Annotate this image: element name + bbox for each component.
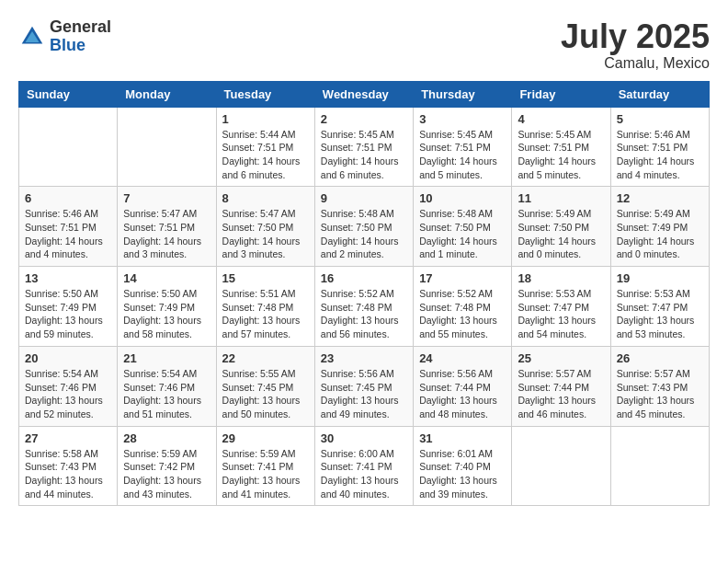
calendar-week-row: 20Sunrise: 5:54 AM Sunset: 7:46 PM Dayli…: [19, 346, 710, 426]
weekday-header: Tuesday: [216, 81, 314, 107]
day-info: Sunrise: 5:50 AM Sunset: 7:49 PM Dayligh…: [123, 287, 210, 341]
day-info: Sunrise: 5:56 AM Sunset: 7:44 PM Dayligh…: [419, 367, 506, 421]
day-info: Sunrise: 5:57 AM Sunset: 7:44 PM Dayligh…: [518, 367, 604, 421]
calendar-cell: 9Sunrise: 5:48 AM Sunset: 7:50 PM Daylig…: [314, 187, 413, 267]
day-number: 11: [518, 191, 604, 205]
day-number: 10: [419, 191, 506, 205]
day-info: Sunrise: 5:53 AM Sunset: 7:47 PM Dayligh…: [617, 287, 703, 341]
weekday-header: Thursday: [414, 81, 512, 107]
day-info: Sunrise: 5:48 AM Sunset: 7:50 PM Dayligh…: [419, 207, 506, 261]
calendar-cell: 28Sunrise: 5:59 AM Sunset: 7:42 PM Dayli…: [118, 426, 216, 506]
day-info: Sunrise: 5:52 AM Sunset: 7:48 PM Dayligh…: [321, 287, 407, 341]
day-number: 21: [123, 351, 210, 365]
calendar-cell: 8Sunrise: 5:47 AM Sunset: 7:50 PM Daylig…: [216, 187, 314, 267]
calendar-cell: 7Sunrise: 5:47 AM Sunset: 7:51 PM Daylig…: [118, 187, 216, 267]
day-info: Sunrise: 5:44 AM Sunset: 7:51 PM Dayligh…: [222, 128, 309, 182]
calendar-cell: 16Sunrise: 5:52 AM Sunset: 7:48 PM Dayli…: [314, 267, 413, 347]
logo-text: General Blue: [50, 18, 111, 55]
day-info: Sunrise: 5:59 AM Sunset: 7:42 PM Dayligh…: [123, 447, 210, 501]
day-number: 24: [419, 351, 506, 365]
day-info: Sunrise: 6:01 AM Sunset: 7:40 PM Dayligh…: [419, 447, 506, 501]
calendar-cell: 27Sunrise: 5:58 AM Sunset: 7:43 PM Dayli…: [19, 426, 118, 506]
day-number: 14: [123, 271, 210, 285]
day-info: Sunrise: 5:45 AM Sunset: 7:51 PM Dayligh…: [518, 128, 604, 182]
calendar-cell: 12Sunrise: 5:49 AM Sunset: 7:49 PM Dayli…: [610, 187, 709, 267]
weekday-header-row: SundayMondayTuesdayWednesdayThursdayFrid…: [19, 81, 710, 107]
day-number: 18: [518, 271, 604, 285]
weekday-header: Monday: [118, 81, 216, 107]
day-info: Sunrise: 5:45 AM Sunset: 7:51 PM Dayligh…: [321, 128, 407, 182]
calendar-cell: 26Sunrise: 5:57 AM Sunset: 7:43 PM Dayli…: [610, 346, 709, 426]
day-number: 22: [222, 351, 309, 365]
calendar-cell: 6Sunrise: 5:46 AM Sunset: 7:51 PM Daylig…: [19, 187, 118, 267]
day-info: Sunrise: 5:56 AM Sunset: 7:45 PM Dayligh…: [321, 367, 407, 421]
day-info: Sunrise: 5:47 AM Sunset: 7:51 PM Dayligh…: [123, 207, 210, 261]
calendar-cell: 10Sunrise: 5:48 AM Sunset: 7:50 PM Dayli…: [414, 187, 512, 267]
calendar-cell: 23Sunrise: 5:56 AM Sunset: 7:45 PM Dayli…: [314, 346, 413, 426]
weekday-header: Saturday: [610, 81, 709, 107]
day-number: 23: [321, 351, 407, 365]
calendar-cell: 31Sunrise: 6:01 AM Sunset: 7:40 PM Dayli…: [414, 426, 512, 506]
day-info: Sunrise: 5:49 AM Sunset: 7:49 PM Dayligh…: [617, 207, 703, 261]
day-info: Sunrise: 5:59 AM Sunset: 7:41 PM Dayligh…: [222, 447, 309, 501]
day-number: 29: [222, 431, 309, 445]
calendar-cell: 13Sunrise: 5:50 AM Sunset: 7:49 PM Dayli…: [19, 267, 118, 347]
calendar-cell: 22Sunrise: 5:55 AM Sunset: 7:45 PM Dayli…: [216, 346, 314, 426]
day-info: Sunrise: 5:54 AM Sunset: 7:46 PM Dayligh…: [25, 367, 111, 421]
day-info: Sunrise: 5:46 AM Sunset: 7:51 PM Dayligh…: [25, 207, 111, 261]
calendar-cell: 20Sunrise: 5:54 AM Sunset: 7:46 PM Dayli…: [19, 346, 118, 426]
calendar-cell: 2Sunrise: 5:45 AM Sunset: 7:51 PM Daylig…: [314, 107, 413, 187]
page-header: General Blue July 2025 Camalu, Mexico: [18, 18, 710, 72]
day-number: 1: [222, 112, 309, 126]
day-info: Sunrise: 5:57 AM Sunset: 7:43 PM Dayligh…: [617, 367, 703, 421]
day-number: 20: [25, 351, 111, 365]
day-number: 26: [617, 351, 703, 365]
day-number: 8: [222, 191, 309, 205]
calendar-cell: 30Sunrise: 6:00 AM Sunset: 7:41 PM Dayli…: [314, 426, 413, 506]
day-number: 31: [419, 431, 506, 445]
calendar-cell: 4Sunrise: 5:45 AM Sunset: 7:51 PM Daylig…: [512, 107, 610, 187]
location: Camalu, Mexico: [561, 55, 710, 72]
day-number: 27: [25, 431, 111, 445]
calendar-cell: 15Sunrise: 5:51 AM Sunset: 7:48 PM Dayli…: [216, 267, 314, 347]
day-number: 4: [518, 112, 604, 126]
calendar-cell: 14Sunrise: 5:50 AM Sunset: 7:49 PM Dayli…: [118, 267, 216, 347]
day-number: 25: [518, 351, 604, 365]
month-year: July 2025: [561, 18, 710, 55]
day-number: 7: [123, 191, 210, 205]
logo-blue: Blue: [50, 36, 85, 54]
calendar-cell: 19Sunrise: 5:53 AM Sunset: 7:47 PM Dayli…: [610, 267, 709, 347]
day-info: Sunrise: 5:52 AM Sunset: 7:48 PM Dayligh…: [419, 287, 506, 341]
weekday-header: Wednesday: [314, 81, 413, 107]
calendar-cell: 25Sunrise: 5:57 AM Sunset: 7:44 PM Dayli…: [512, 346, 610, 426]
day-number: 28: [123, 431, 210, 445]
calendar-table: SundayMondayTuesdayWednesdayThursdayFrid…: [18, 81, 710, 507]
weekday-header: Sunday: [19, 81, 118, 107]
calendar-week-row: 6Sunrise: 5:46 AM Sunset: 7:51 PM Daylig…: [19, 187, 710, 267]
calendar-cell: 3Sunrise: 5:45 AM Sunset: 7:51 PM Daylig…: [414, 107, 512, 187]
calendar-week-row: 13Sunrise: 5:50 AM Sunset: 7:49 PM Dayli…: [19, 267, 710, 347]
day-info: Sunrise: 5:46 AM Sunset: 7:51 PM Dayligh…: [617, 128, 703, 182]
calendar-cell: 29Sunrise: 5:59 AM Sunset: 7:41 PM Dayli…: [216, 426, 314, 506]
calendar-cell: 24Sunrise: 5:56 AM Sunset: 7:44 PM Dayli…: [414, 346, 512, 426]
calendar-cell: 21Sunrise: 5:54 AM Sunset: 7:46 PM Dayli…: [118, 346, 216, 426]
logo-general: General: [50, 17, 111, 36]
day-info: Sunrise: 5:47 AM Sunset: 7:50 PM Dayligh…: [222, 207, 309, 261]
day-number: 19: [617, 271, 703, 285]
day-info: Sunrise: 5:50 AM Sunset: 7:49 PM Dayligh…: [25, 287, 111, 341]
day-info: Sunrise: 6:00 AM Sunset: 7:41 PM Dayligh…: [321, 447, 407, 501]
day-number: 13: [25, 271, 111, 285]
calendar-week-row: 27Sunrise: 5:58 AM Sunset: 7:43 PM Dayli…: [19, 426, 710, 506]
calendar-cell: 17Sunrise: 5:52 AM Sunset: 7:48 PM Dayli…: [414, 267, 512, 347]
day-number: 16: [321, 271, 407, 285]
day-info: Sunrise: 5:58 AM Sunset: 7:43 PM Dayligh…: [25, 447, 111, 501]
day-info: Sunrise: 5:49 AM Sunset: 7:50 PM Dayligh…: [518, 207, 604, 261]
calendar-cell: [118, 107, 216, 187]
weekday-header: Friday: [512, 81, 610, 107]
calendar-week-row: 1Sunrise: 5:44 AM Sunset: 7:51 PM Daylig…: [19, 107, 710, 187]
day-number: 9: [321, 191, 407, 205]
calendar-cell: [610, 426, 709, 506]
day-number: 2: [321, 112, 407, 126]
day-number: 6: [25, 191, 111, 205]
day-number: 3: [419, 112, 506, 126]
